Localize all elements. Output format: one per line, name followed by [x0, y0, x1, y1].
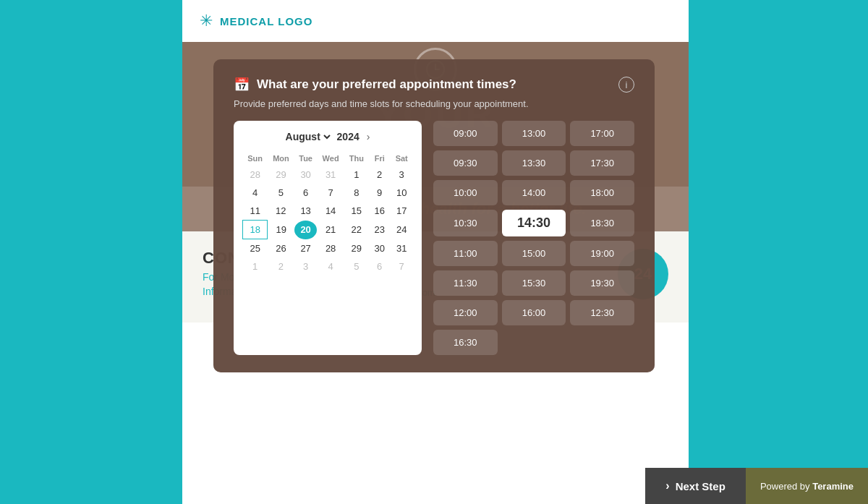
calendar-icon: 📅	[234, 77, 250, 93]
logo-text: MEDICAL LOGO	[220, 15, 312, 27]
calendar-day[interactable]: 16	[368, 202, 391, 221]
modal-subtitle: Provide preferred days and time slots fo…	[234, 98, 634, 109]
time-slot-button[interactable]: 15:30	[502, 270, 566, 296]
calendar-day[interactable]: 1	[344, 166, 368, 184]
time-slot-button[interactable]: 17:00	[570, 121, 634, 146]
weekday-sat: Sat	[391, 151, 413, 166]
time-slot-button[interactable]: 14:30	[502, 210, 566, 236]
time-slot-button[interactable]: 19:30	[570, 270, 634, 296]
calendar-day[interactable]: 6	[294, 184, 317, 202]
calendar-day[interactable]: 2	[268, 257, 294, 276]
calendar-day[interactable]: 28	[243, 166, 268, 184]
appointment-modal: 📅 What are your preferred appointment ti…	[213, 59, 655, 372]
calendar-day[interactable]: 12	[268, 202, 294, 221]
time-slots-section: 09:0013:0017:0009:3013:3017:3010:0014:00…	[433, 121, 634, 355]
calendar-day[interactable]: 1	[243, 257, 268, 276]
next-step-button[interactable]: › Next Step	[645, 468, 746, 504]
time-slot-button[interactable]: 19:00	[570, 241, 634, 266]
time-slot-button[interactable]: 18:30	[570, 210, 634, 236]
next-step-arrow: ›	[665, 479, 669, 492]
calendar-day[interactable]: 7	[391, 257, 413, 276]
calendar-day[interactable]: 29	[344, 239, 368, 258]
time-slot-button[interactable]: 11:00	[433, 241, 498, 266]
calendar-day[interactable]: 4	[243, 184, 268, 202]
powered-by-prefix: Powered by	[760, 481, 810, 492]
time-slot-button[interactable]: 13:00	[502, 121, 566, 146]
modal-title: What are your preferred appointment time…	[257, 77, 516, 92]
modal-body: August 2024 › Sun Mon Tue Wed Thu Fri Sa…	[234, 121, 634, 355]
calendar-year: 2024	[337, 131, 359, 142]
calendar-day[interactable]: 4	[317, 257, 344, 276]
calendar-day[interactable]: 5	[268, 184, 294, 202]
calendar-day[interactable]: 15	[344, 202, 368, 221]
time-slot-button[interactable]: 12:30	[570, 300, 634, 325]
calendar-day[interactable]: 6	[368, 257, 391, 276]
time-slot-button[interactable]: 09:00	[433, 121, 498, 146]
calendar-day[interactable]: 11	[243, 202, 268, 221]
calendar-day[interactable]: 23	[368, 221, 391, 239]
calendar-day[interactable]: 18	[243, 221, 268, 239]
calendar-day[interactable]: 9	[368, 184, 391, 202]
time-slot-button[interactable]: 17:30	[570, 150, 634, 176]
calendar-day[interactable]: 29	[268, 166, 294, 184]
modal-title-row: 📅 What are your preferred appointment ti…	[234, 77, 634, 93]
calendar-grid: Sun Mon Tue Wed Thu Fri Sat 282930311234…	[242, 151, 413, 276]
bottom-bar: › Next Step Powered by Teramine	[0, 468, 868, 504]
calendar-day[interactable]: 19	[268, 221, 294, 239]
calendar-day[interactable]: 13	[294, 202, 317, 221]
time-slot-button[interactable]: 10:00	[433, 180, 498, 205]
calendar-day[interactable]: 27	[294, 239, 317, 258]
weekday-wed: Wed	[317, 151, 344, 166]
calendar-day[interactable]: 26	[268, 239, 294, 258]
calendar-day[interactable]: 28	[317, 239, 344, 258]
time-slot-button[interactable]: 13:30	[502, 150, 566, 176]
site-header: ✳ MEDICAL LOGO	[182, 0, 370, 42]
weekday-fri: Fri	[368, 151, 391, 166]
calendar-day[interactable]: 8	[344, 184, 368, 202]
time-slot-button[interactable]: 11:30	[433, 270, 498, 296]
month-select[interactable]: August	[283, 130, 333, 143]
time-slot-button[interactable]: 18:00	[570, 180, 634, 205]
calendar-day[interactable]: 31	[317, 166, 344, 184]
calendar-day[interactable]: 30	[368, 239, 391, 258]
time-slot-button[interactable]: 15:00	[502, 241, 566, 266]
calendar-day[interactable]: 3	[294, 257, 317, 276]
time-slot-button[interactable]: 12:00	[433, 300, 498, 325]
powered-by-brand: Teramine	[812, 481, 854, 492]
calendar-day[interactable]: 20	[294, 221, 317, 239]
calendar-day[interactable]: 14	[317, 202, 344, 221]
calendar-day[interactable]: 24	[391, 221, 413, 239]
teal-left-background	[0, 0, 182, 504]
calendar-next-button[interactable]: ›	[364, 129, 373, 144]
calendar-day[interactable]: 10	[391, 184, 413, 202]
calendar-day[interactable]: 30	[294, 166, 317, 184]
time-slot-button[interactable]: 16:00	[502, 300, 566, 325]
powered-by-section: Powered by Teramine	[746, 468, 868, 504]
calendar-day[interactable]: 31	[391, 239, 413, 258]
logo-icon: ✳	[200, 12, 213, 30]
info-icon[interactable]: i	[618, 77, 634, 93]
calendar-day[interactable]: 21	[317, 221, 344, 239]
weekday-thu: Thu	[344, 151, 368, 166]
modal-title-left: 📅 What are your preferred appointment ti…	[234, 77, 516, 93]
calendar-day[interactable]: 3	[391, 166, 413, 184]
weekday-mon: Mon	[268, 151, 294, 166]
calendar-header: August 2024 ›	[242, 129, 413, 144]
next-step-label: Next Step	[676, 480, 726, 492]
time-slot-button[interactable]: 09:30	[433, 150, 498, 176]
time-slot-button[interactable]: 10:30	[433, 210, 498, 236]
calendar-section: August 2024 › Sun Mon Tue Wed Thu Fri Sa…	[234, 121, 422, 355]
time-slot-button[interactable]: 16:30	[433, 330, 498, 355]
calendar-day[interactable]: 5	[344, 257, 368, 276]
calendar-day[interactable]: 17	[391, 202, 413, 221]
calendar-day[interactable]: 22	[344, 221, 368, 239]
weekday-tue: Tue	[294, 151, 317, 166]
teal-right-background	[686, 0, 868, 504]
weekday-sun: Sun	[243, 151, 268, 166]
calendar-day[interactable]: 2	[368, 166, 391, 184]
calendar-day[interactable]: 7	[317, 184, 344, 202]
time-slot-button[interactable]: 14:00	[502, 180, 566, 205]
calendar-day[interactable]: 25	[243, 239, 268, 258]
